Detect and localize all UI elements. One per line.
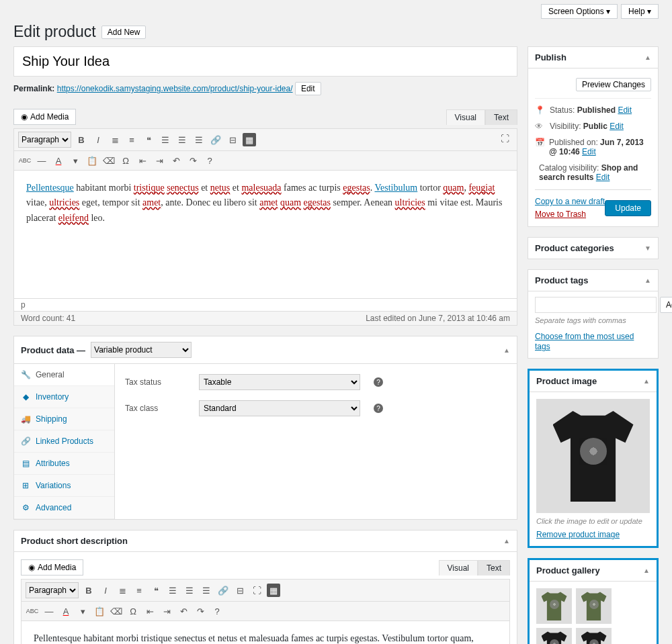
collapse-icon[interactable]: ▲ <box>644 277 651 284</box>
permalink-edit-button[interactable]: Edit <box>295 82 321 95</box>
textcolor-icon[interactable]: A <box>52 154 65 167</box>
editor-tab-text[interactable]: Text <box>485 109 517 125</box>
add-new-button[interactable]: Add New <box>101 26 146 39</box>
short-tab-visual[interactable]: Visual <box>439 560 478 576</box>
abc-icon[interactable]: ABC <box>18 154 32 167</box>
bold-icon[interactable]: B <box>75 133 88 146</box>
toolbar-toggle-icon[interactable]: ▦ <box>267 584 280 597</box>
tab-advanced[interactable]: ⚙Advanced <box>14 497 114 519</box>
tab-linked[interactable]: 🔗Linked Products <box>14 430 114 453</box>
preview-changes-button[interactable]: Preview Changes <box>576 78 651 91</box>
ol-icon[interactable]: ≡ <box>125 133 138 146</box>
tab-general[interactable]: 🔧General <box>14 364 114 386</box>
italic-icon[interactable]: I <box>91 133 105 146</box>
edit-catalog-link[interactable]: Edit <box>596 173 610 182</box>
align-right-icon[interactable]: ☰ <box>192 133 206 146</box>
ul-icon[interactable]: ≣ <box>116 584 129 597</box>
italic-icon[interactable]: I <box>99 584 112 597</box>
more-icon[interactable]: ⊟ <box>233 584 247 597</box>
indent-icon[interactable]: ⇥ <box>153 154 166 167</box>
edit-date-link[interactable]: Edit <box>582 147 596 156</box>
editor-tab-visual[interactable]: Visual <box>446 109 485 125</box>
gallery-item[interactable] <box>536 588 572 624</box>
textcolor-icon[interactable]: A <box>59 604 73 618</box>
collapse-icon[interactable]: ▲ <box>643 377 650 385</box>
product-title-input[interactable] <box>13 46 517 77</box>
omega-icon[interactable]: Ω <box>119 154 132 167</box>
redo-icon[interactable]: ↷ <box>186 154 200 167</box>
fullscreen-icon[interactable]: ⛶ <box>498 132 511 145</box>
dropdown-icon[interactable]: ▾ <box>69 154 82 167</box>
tag-input[interactable] <box>535 297 657 313</box>
paste-icon[interactable]: 📋 <box>93 604 106 618</box>
gallery-item[interactable] <box>576 628 612 644</box>
add-media-button[interactable]: ◉ Add Media <box>13 109 76 125</box>
collapse-icon[interactable]: ▲ <box>503 347 510 354</box>
dropdown-icon[interactable]: ▾ <box>76 604 89 618</box>
clear-icon[interactable]: ⌫ <box>102 154 116 167</box>
gallery-item[interactable] <box>536 628 572 644</box>
outdent-icon[interactable]: ⇤ <box>143 604 157 618</box>
outdent-icon[interactable]: ⇤ <box>136 154 149 167</box>
tab-variations[interactable]: ⊞Variations <box>14 475 114 497</box>
permalink-url[interactable]: https://onekodik.samystaging.website.com… <box>57 84 293 93</box>
format-select[interactable]: Paragraph <box>18 132 71 148</box>
collapse-icon[interactable]: ▲ <box>503 537 510 545</box>
indent-icon[interactable]: ⇥ <box>160 604 173 618</box>
help-button[interactable]: Help ▾ <box>621 4 659 19</box>
collapse-icon[interactable]: ▲ <box>644 54 651 61</box>
screen-options-button[interactable]: Screen Options ▾ <box>541 4 618 19</box>
quote-icon[interactable]: ❝ <box>149 584 163 597</box>
align-center-icon[interactable]: ☰ <box>183 584 196 597</box>
add-media-button-short[interactable]: ◉ Add Media <box>21 559 83 576</box>
short-tab-text[interactable]: Text <box>478 560 510 576</box>
more-icon[interactable]: ⊟ <box>226 133 239 146</box>
tax-status-select[interactable]: Taxable <box>199 374 360 390</box>
remove-image-link[interactable]: Remove product image <box>536 530 620 539</box>
bold-icon[interactable]: B <box>82 584 95 597</box>
copy-draft-link[interactable]: Copy to a new draft <box>535 195 605 208</box>
clear-icon[interactable]: ⌫ <box>110 604 123 618</box>
link-icon[interactable]: 🔗 <box>209 133 222 146</box>
align-right-icon[interactable]: ☰ <box>200 584 213 597</box>
toolbar-toggle-icon[interactable]: ▦ <box>243 133 256 146</box>
help-dot-icon[interactable]: ? <box>374 377 383 387</box>
ol-icon[interactable]: ≡ <box>132 584 146 597</box>
tab-shipping[interactable]: 🚚Shipping <box>14 408 114 430</box>
collapse-icon[interactable]: ▲ <box>643 567 650 574</box>
update-button[interactable]: Update <box>605 200 651 216</box>
omega-icon[interactable]: Ω <box>126 604 140 618</box>
tab-inventory[interactable]: ◆Inventory <box>14 386 114 408</box>
undo-icon[interactable]: ↶ <box>177 604 190 618</box>
link-icon[interactable]: 🔗 <box>216 584 230 597</box>
tag-add-button[interactable]: Add <box>660 297 672 313</box>
help-icon[interactable]: ? <box>210 604 224 618</box>
hr-icon[interactable]: — <box>35 154 48 167</box>
edit-status-link[interactable]: Edit <box>618 105 632 115</box>
abc-icon[interactable]: ABC <box>26 604 39 618</box>
redo-icon[interactable]: ↷ <box>194 604 207 618</box>
product-image[interactable] <box>536 399 650 513</box>
editor-content[interactable]: Pellentesque habitant morbi tristique se… <box>14 171 517 298</box>
tab-attributes[interactable]: ▤Attributes <box>14 453 114 475</box>
expand-icon[interactable]: ▼ <box>644 244 651 252</box>
align-left-icon[interactable]: ☰ <box>159 133 172 146</box>
paste-icon[interactable]: 📋 <box>85 154 99 167</box>
edit-visibility-link[interactable]: Edit <box>610 122 624 131</box>
align-left-icon[interactable]: ☰ <box>166 584 179 597</box>
help-icon[interactable]: ? <box>203 154 216 167</box>
align-center-icon[interactable]: ☰ <box>175 133 189 146</box>
gallery-item[interactable] <box>576 588 612 624</box>
short-desc-content[interactable]: Pellentesque habitant morbi tristique se… <box>22 621 509 644</box>
move-trash-link[interactable]: Move to Trash <box>535 208 605 221</box>
short-format-select[interactable]: Paragraph <box>26 582 79 598</box>
help-dot-icon[interactable]: ? <box>374 404 383 413</box>
product-type-select[interactable]: Variable product <box>91 342 192 358</box>
choose-tags-link[interactable]: Choose from the most used tags <box>535 332 634 351</box>
quote-icon[interactable]: ❝ <box>142 133 155 146</box>
ul-icon[interactable]: ≣ <box>108 133 122 146</box>
hr-icon[interactable]: — <box>42 604 56 618</box>
undo-icon[interactable]: ↶ <box>169 154 183 167</box>
tax-class-select[interactable]: Standard <box>199 400 360 416</box>
dist-free-icon[interactable]: ⛶ <box>250 584 263 597</box>
